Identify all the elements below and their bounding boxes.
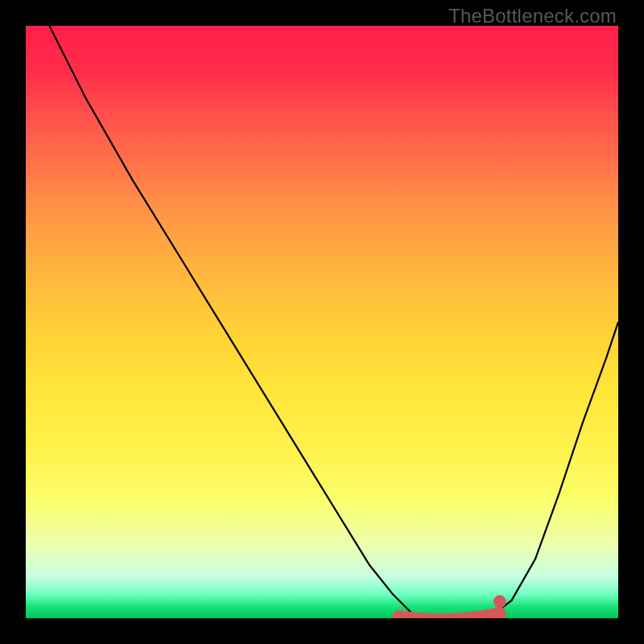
watermark-text: TheBottleneck.com [448, 5, 617, 27]
chart-svg [26, 26, 618, 618]
plot-area [26, 26, 618, 618]
chart-frame: TheBottleneck.com [0, 0, 644, 644]
optimal-range-end-dot [493, 595, 506, 608]
optimal-range-marker [399, 613, 500, 618]
bottleneck-curve-line [49, 26, 618, 618]
